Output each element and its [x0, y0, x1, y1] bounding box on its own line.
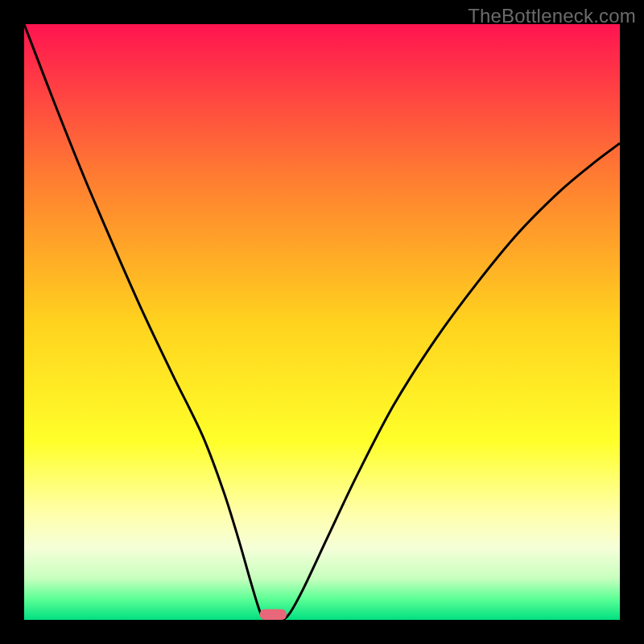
- chart-frame: TheBottleneck.com: [0, 0, 644, 644]
- minimum-marker: [260, 609, 287, 620]
- plot-area: [24, 24, 620, 620]
- bottleneck-curve-chart: [24, 24, 620, 620]
- gradient-background: [24, 24, 620, 620]
